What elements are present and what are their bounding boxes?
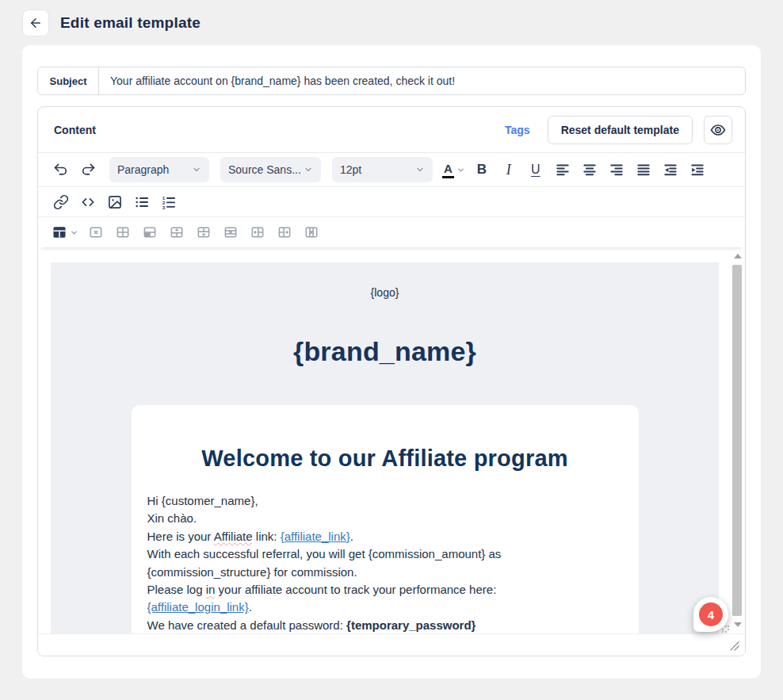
paragraph-style-select[interactable]: Paragraph xyxy=(109,157,209,182)
notification-badge[interactable]: 4 xyxy=(699,602,723,626)
bullet-list-button[interactable] xyxy=(128,189,155,215)
align-justify-icon xyxy=(636,162,651,178)
insert-row-before-icon xyxy=(169,224,185,240)
toolbar-row-table xyxy=(38,217,745,247)
link-icon xyxy=(53,194,69,210)
italic-icon: I xyxy=(506,162,511,178)
numbered-list-button[interactable]: 123 xyxy=(155,189,182,215)
page-header: Edit email template xyxy=(22,10,201,36)
affiliate-link[interactable]: {affiliate_link} xyxy=(281,530,350,543)
chevron-down-icon xyxy=(304,165,313,174)
content-label: Content xyxy=(54,124,96,136)
tags-link[interactable]: Tags xyxy=(505,124,530,136)
insert-column-after-button[interactable] xyxy=(271,220,298,245)
image-icon xyxy=(107,194,123,210)
table-properties-icon xyxy=(115,224,131,240)
subject-label: Subject xyxy=(38,67,99,94)
table-properties-button[interactable] xyxy=(109,220,136,245)
insert-image-button[interactable] xyxy=(101,189,128,215)
underline-button[interactable]: U xyxy=(522,157,549,182)
code-icon xyxy=(80,194,96,210)
undo-icon xyxy=(53,162,69,178)
align-right-button[interactable] xyxy=(603,157,630,182)
insert-row-after-button[interactable] xyxy=(190,220,217,245)
table-button[interactable] xyxy=(48,220,82,245)
align-justify-button[interactable] xyxy=(630,157,657,182)
font-size-select[interactable]: 12pt xyxy=(332,157,433,182)
numbered-list-icon: 123 xyxy=(161,194,177,210)
email-password-line: We have created a default password: {tem… xyxy=(147,617,623,633)
undo-button[interactable] xyxy=(48,157,74,182)
redo-button[interactable] xyxy=(74,157,101,182)
scroll-up-icon[interactable] xyxy=(734,254,742,258)
bold-button[interactable]: B xyxy=(468,157,495,182)
delete-row-button[interactable] xyxy=(217,220,244,245)
outdent-button[interactable] xyxy=(657,157,684,182)
align-center-button[interactable] xyxy=(576,157,603,182)
insert-column-before-button[interactable] xyxy=(244,220,271,245)
insert-column-after-icon xyxy=(277,224,292,240)
text-segment: your affiliate account to track your per… xyxy=(215,583,496,596)
indent-icon xyxy=(689,162,705,178)
reset-default-template-button[interactable]: Reset default template xyxy=(548,116,693,144)
chevron-down-icon xyxy=(192,165,201,174)
main-card: Subject Content Tags Reset default templ… xyxy=(22,45,761,679)
insert-row-after-icon xyxy=(196,224,212,240)
email-affiliate-link-line: Here is your Affiliate link: {affiliate_… xyxy=(147,528,623,545)
align-right-icon xyxy=(609,162,624,178)
italic-button[interactable]: I xyxy=(495,157,522,182)
delete-table-button[interactable] xyxy=(82,220,109,245)
svg-text:3: 3 xyxy=(162,204,166,209)
email-heading: Welcome to our Affiliate program xyxy=(147,446,623,472)
affiliate-login-link[interactable]: {affiliate_login_link} xyxy=(147,600,249,614)
delete-table-icon xyxy=(88,224,104,240)
eye-icon xyxy=(709,121,727,139)
email-body-card: Welcome to our Affiliate program Hi {cus… xyxy=(132,405,639,633)
chevron-down-icon xyxy=(70,228,78,237)
text-segment: link: xyxy=(253,530,281,543)
delete-column-button[interactable] xyxy=(298,220,325,245)
bold-icon: B xyxy=(477,162,487,178)
drag-handle-icon[interactable] xyxy=(722,625,730,633)
chevron-down-icon xyxy=(415,165,425,174)
resize-handle-icon[interactable] xyxy=(728,640,740,652)
email-commission-line-2: {commission_structure} for commission. xyxy=(147,564,623,581)
toolbar-row-formatting: Paragraph Source Sans... 12pt A B I U xyxy=(38,153,745,187)
notification-widget[interactable]: 4 xyxy=(693,597,728,632)
email-preview: {logo} {brand_name} Welcome to our Affil… xyxy=(51,262,719,633)
email-greeting-line: Hi {customer_name}, xyxy=(147,492,623,510)
text-segment: Please log xyxy=(147,583,206,596)
delete-column-icon xyxy=(304,224,319,240)
text-color-button[interactable]: A xyxy=(439,157,468,182)
row-properties-button[interactable] xyxy=(136,220,163,245)
toolbar-row-insert: 123 xyxy=(38,187,745,217)
table-icon xyxy=(52,224,67,240)
source-code-button[interactable] xyxy=(74,189,101,215)
font-family-select[interactable]: Source Sans... xyxy=(220,157,321,182)
indent-button[interactable] xyxy=(684,157,711,182)
email-hello-line: Xin chào. xyxy=(147,510,623,527)
bullet-list-icon xyxy=(134,194,150,210)
link-button[interactable] xyxy=(48,189,74,215)
paragraph-style-value: Paragraph xyxy=(117,163,169,176)
email-commission-line-1: With each successful referral, you will … xyxy=(147,545,623,563)
back-button[interactable] xyxy=(22,10,49,36)
insert-column-before-icon xyxy=(250,224,265,240)
text-segment: . xyxy=(249,600,252,614)
editor-canvas[interactable]: {logo} {brand_name} Welcome to our Affil… xyxy=(38,247,745,633)
text-segment: We have created a default password: xyxy=(147,618,347,632)
email-body-text: Hi {customer_name}, Xin chào. Here is yo… xyxy=(147,492,623,633)
chevron-down-icon xyxy=(456,166,465,174)
editor-statusbar xyxy=(38,633,745,656)
subject-input[interactable] xyxy=(99,67,745,94)
scrollbar-thumb[interactable] xyxy=(732,265,742,616)
arrow-left-icon xyxy=(29,16,43,30)
content-editor: Content Tags Reset default template Para xyxy=(37,106,746,656)
insert-row-before-button[interactable] xyxy=(163,220,190,245)
preview-button[interactable] xyxy=(704,116,732,144)
editor-scrollbar[interactable] xyxy=(731,249,743,632)
page-title: Edit email template xyxy=(60,14,201,32)
text-color-icon: A xyxy=(442,162,454,178)
align-left-button[interactable] xyxy=(549,157,576,182)
scroll-down-icon[interactable] xyxy=(734,622,742,627)
